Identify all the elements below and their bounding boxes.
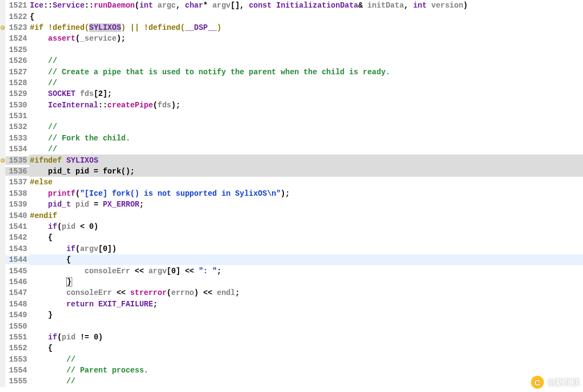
code-content[interactable]: } [29, 310, 583, 320]
gutter-marker-column[interactable] [0, 22, 5, 33]
code-line[interactable]: 1528 // [0, 78, 583, 88]
gutter-marker-column[interactable] [0, 33, 5, 44]
gutter-marker-column[interactable] [0, 177, 5, 188]
code-line[interactable]: 1546 } [0, 277, 583, 287]
code-content[interactable] [29, 111, 583, 121]
gutter-marker-column[interactable] [0, 199, 5, 210]
code-line[interactable]: 1536 pid_t pid = fork(); [0, 166, 583, 177]
code-content[interactable]: #endif [29, 210, 583, 221]
code-content[interactable]: // Create a pipe that is used to notify … [29, 66, 583, 77]
code-content[interactable]: // [29, 144, 583, 155]
code-content[interactable]: // Fork the child. [29, 133, 583, 144]
code-content[interactable]: // Parent process. [29, 365, 583, 376]
code-line[interactable]: 1554 // Parent process. [0, 365, 583, 376]
gutter-marker-column[interactable] [0, 354, 5, 365]
code-line[interactable]: 1548 return EXIT_FAILURE; [0, 299, 583, 310]
code-content[interactable]: #else [29, 177, 583, 188]
code-content[interactable]: IceInternal::createPipe(fds); [29, 100, 583, 111]
code-line[interactable]: 1526 // [0, 55, 583, 66]
gutter-marker-column[interactable] [0, 166, 5, 177]
gutter-marker-column[interactable] [0, 210, 5, 221]
code-line[interactable]: 1523#if !defined(SYLIXOS) || !defined(__… [0, 22, 583, 33]
gutter-marker-column[interactable] [0, 55, 5, 66]
code-content[interactable]: { [29, 343, 583, 354]
gutter-marker-column[interactable] [0, 100, 5, 111]
code-line[interactable]: 1540#endif [0, 210, 583, 221]
gutter-marker-column[interactable] [0, 0, 5, 11]
code-line[interactable]: 1551 if(pid != 0) [0, 332, 583, 343]
gutter-marker-column[interactable] [0, 332, 5, 343]
code-content[interactable]: // [29, 55, 583, 66]
code-line[interactable]: 1522{ [0, 11, 583, 22]
code-line[interactable]: 1534 // [0, 144, 583, 155]
gutter-marker-column[interactable] [0, 66, 5, 77]
code-line[interactable]: 1547 consoleErr << strerror(errno) << en… [0, 287, 583, 298]
code-line[interactable]: 1533 // Fork the child. [0, 133, 583, 144]
code-content[interactable]: consoleErr << strerror(errno) << endl; [29, 287, 583, 298]
code-line[interactable]: 1531 [0, 111, 583, 121]
code-line[interactable]: 1539 pid_t pid = PX_ERROR; [0, 199, 583, 210]
code-content[interactable]: pid_t pid = fork(); [29, 166, 583, 177]
code-line[interactable]: 1552 { [0, 343, 583, 354]
code-line[interactable]: 1537#else [0, 177, 583, 188]
code-content[interactable]: if(pid != 0) [29, 332, 583, 343]
gutter-marker-column[interactable] [0, 243, 5, 254]
gutter-marker-column[interactable] [0, 11, 5, 22]
gutter-marker-column[interactable] [0, 232, 5, 243]
code-line[interactable]: 1521Ice::Service::runDaemon(int argc, ch… [0, 0, 583, 11]
gutter-marker-column[interactable] [0, 78, 5, 88]
gutter-marker-column[interactable] [0, 299, 5, 310]
code-content[interactable]: { [29, 232, 583, 243]
code-line[interactable]: 1541 if(pid < 0) [0, 221, 583, 232]
code-line[interactable]: 1549 } [0, 310, 583, 320]
code-line[interactable]: 1527 // Create a pipe that is used to no… [0, 66, 583, 77]
code-content[interactable]: { [29, 11, 583, 22]
gutter-marker-column[interactable] [0, 310, 5, 320]
gutter-marker-column[interactable] [0, 44, 5, 55]
code-line[interactable]: 1525 [0, 44, 583, 55]
code-line[interactable]: 1542 { [0, 232, 583, 243]
gutter-marker-column[interactable] [0, 133, 5, 144]
code-line[interactable]: 1529 SOCKET fds[2]; [0, 88, 583, 99]
code-content[interactable]: consoleErr << argv[0] << ": "; [29, 265, 583, 276]
code-content[interactable]: // [29, 376, 583, 387]
code-content[interactable]: // [29, 354, 583, 365]
code-content[interactable]: if(argv[0]) [29, 243, 583, 254]
gutter-marker-column[interactable] [0, 277, 5, 287]
code-content[interactable] [29, 320, 583, 331]
gutter-marker-column[interactable] [0, 287, 5, 298]
gutter-marker-column[interactable] [0, 343, 5, 354]
code-line[interactable]: 1544 { [0, 254, 583, 265]
gutter-marker-column[interactable] [0, 320, 5, 331]
code-content[interactable]: #if !defined(SYLIXOS) || !defined(__DSP_… [29, 22, 583, 33]
code-editor[interactable]: 1521Ice::Service::runDaemon(int argc, ch… [0, 0, 583, 392]
code-content[interactable]: assert(_service); [29, 33, 583, 44]
gutter-marker-column[interactable] [0, 144, 5, 155]
code-line[interactable]: 1555 // [0, 376, 583, 387]
code-content[interactable]: printf("[Ice] fork() is not supported in… [29, 188, 583, 199]
code-content[interactable]: return EXIT_FAILURE; [29, 299, 583, 310]
gutter-marker-column[interactable] [0, 365, 5, 376]
code-line[interactable]: 1530 IceInternal::createPipe(fds); [0, 100, 583, 111]
gutter-marker-column[interactable] [0, 155, 5, 165]
gutter-marker-column[interactable] [0, 254, 5, 265]
code-content[interactable]: // [29, 121, 583, 132]
code-line[interactable]: 1535#ifndef SYLIXOS [0, 155, 583, 165]
gutter-marker-column[interactable] [0, 121, 5, 132]
code-line[interactable]: 1550 [0, 320, 583, 331]
code-content[interactable]: } [29, 277, 583, 287]
gutter-marker-column[interactable] [0, 111, 5, 121]
gutter-marker-column[interactable] [0, 188, 5, 199]
code-content[interactable]: if(pid < 0) [29, 221, 583, 232]
code-content[interactable]: pid_t pid = PX_ERROR; [29, 199, 583, 210]
gutter-marker-column[interactable] [0, 265, 5, 276]
code-line[interactable]: 1532 // [0, 121, 583, 132]
code-content[interactable]: SOCKET fds[2]; [29, 88, 583, 99]
code-content[interactable]: // [29, 78, 583, 88]
code-line[interactable]: 1524 assert(_service); [0, 33, 583, 44]
code-line[interactable]: 1553 // [0, 354, 583, 365]
gutter-marker-column[interactable] [0, 376, 5, 387]
code-content[interactable]: #ifndef SYLIXOS [29, 155, 583, 165]
code-content[interactable] [29, 44, 583, 55]
code-line[interactable]: 1543 if(argv[0]) [0, 243, 583, 254]
